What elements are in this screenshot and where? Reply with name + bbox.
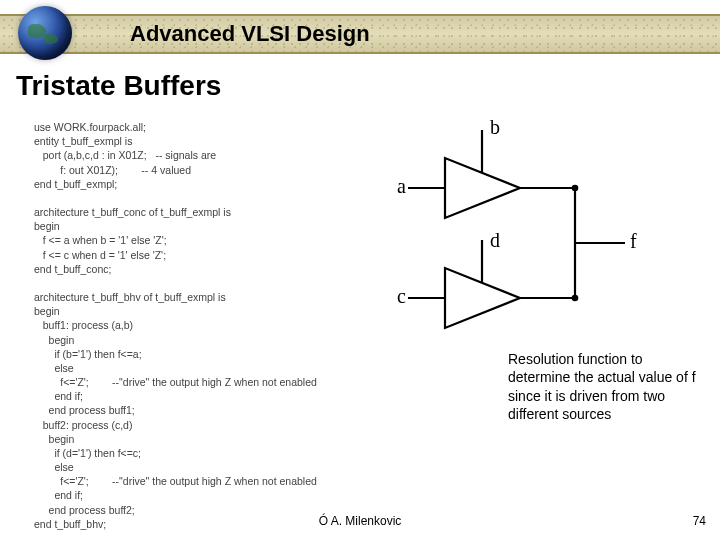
signal-label-d: d	[490, 229, 500, 251]
course-title: Advanced VLSI Design	[130, 21, 370, 47]
tristate-schematic: a b c d f	[390, 120, 650, 355]
footer-page-number: 74	[693, 514, 706, 528]
svg-point-10	[572, 185, 579, 192]
signal-label-a: a	[397, 175, 406, 197]
header-band: Advanced VLSI Design	[0, 14, 720, 54]
resolution-annotation: Resolution function to determine the act…	[508, 350, 703, 424]
slide: Advanced VLSI Design Tristate Buffers us…	[0, 0, 720, 540]
signal-label-b: b	[490, 120, 500, 138]
vhdl-code-block: use WORK.fourpack.all; entity t_buff_exm…	[34, 120, 414, 531]
svg-point-11	[572, 295, 579, 302]
signal-label-f: f	[630, 230, 637, 252]
slide-title: Tristate Buffers	[16, 70, 221, 102]
footer-author: Ó A. Milenkovic	[0, 514, 720, 528]
globe-icon	[18, 6, 72, 60]
signal-label-c: c	[397, 285, 406, 307]
